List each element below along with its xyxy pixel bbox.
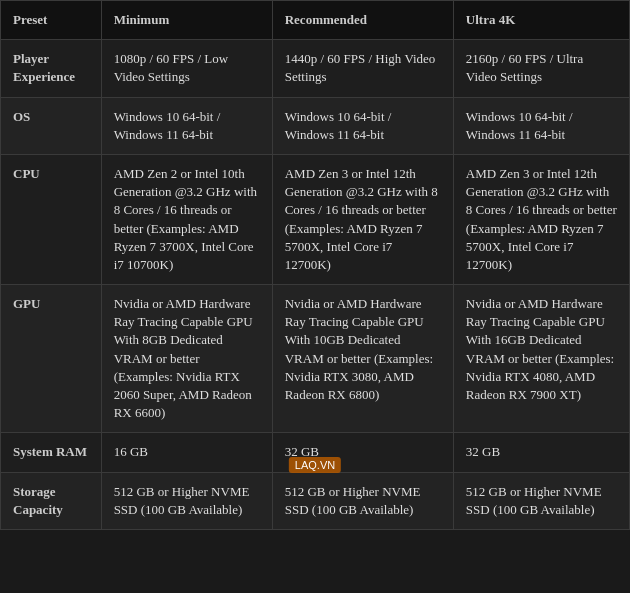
cell-preset-gpu: GPU [1, 285, 102, 433]
cell-ultra4k-system-ram: 32 GB [453, 433, 629, 472]
cell-ultra4k-os: Windows 10 64-bit / Windows 11 64-bit [453, 97, 629, 154]
table-row: CPUAMD Zen 2 or Intel 10th Generation @3… [1, 154, 630, 284]
cell-ultra4k-player-experience: 2160p / 60 FPS / Ultra Video Settings [453, 40, 629, 97]
cell-preset-system-ram: System RAM [1, 433, 102, 472]
cell-minimum-cpu: AMD Zen 2 or Intel 10th Generation @3.2 … [101, 154, 272, 284]
cell-preset-cpu: CPU [1, 154, 102, 284]
table-row: Player Experience1080p / 60 FPS / Low Vi… [1, 40, 630, 97]
cell-recommended-storage-capacity: 512 GB or Higher NVME SSD (100 GB Availa… [272, 472, 453, 529]
cell-ultra4k-gpu: Nvidia or AMD Hardware Ray Tracing Capab… [453, 285, 629, 433]
cell-ultra4k-cpu: AMD Zen 3 or Intel 12th Generation @3.2 … [453, 154, 629, 284]
cell-preset-player-experience: Player Experience [1, 40, 102, 97]
table-row: GPUNvidia or AMD Hardware Ray Tracing Ca… [1, 285, 630, 433]
table-row: Storage Capacity512 GB or Higher NVME SS… [1, 472, 630, 529]
table-row: OSWindows 10 64-bit / Windows 11 64-bitW… [1, 97, 630, 154]
cell-minimum-system-ram: 16 GB [101, 433, 272, 472]
cell-recommended-player-experience: 1440p / 60 FPS / High Video Settings [272, 40, 453, 97]
cell-minimum-os: Windows 10 64-bit / Windows 11 64-bit [101, 97, 272, 154]
cell-minimum-player-experience: 1080p / 60 FPS / Low Video Settings [101, 40, 272, 97]
cell-minimum-gpu: Nvidia or AMD Hardware Ray Tracing Capab… [101, 285, 272, 433]
cell-preset-storage-capacity: Storage Capacity [1, 472, 102, 529]
header-ultra4k: Ultra 4K [453, 1, 629, 40]
header-recommended: Recommended [272, 1, 453, 40]
cell-recommended-system-ram: 32 GB [272, 433, 453, 472]
cell-recommended-cpu: AMD Zen 3 or Intel 12th Generation @3.2 … [272, 154, 453, 284]
header-minimum: Minimum [101, 1, 272, 40]
cell-minimum-storage-capacity: 512 GB or Higher NVME SSD (100 GB Availa… [101, 472, 272, 529]
table-header-row: Preset Minimum Recommended Ultra 4K [1, 1, 630, 40]
cell-ultra4k-storage-capacity: 512 GB or Higher NVME SSD (100 GB Availa… [453, 472, 629, 529]
cell-recommended-os: Windows 10 64-bit / Windows 11 64-bit [272, 97, 453, 154]
cell-preset-os: OS [1, 97, 102, 154]
cell-recommended-gpu: Nvidia or AMD Hardware Ray Tracing Capab… [272, 285, 453, 433]
table-row: System RAM16 GB32 GB32 GB [1, 433, 630, 472]
header-preset: Preset [1, 1, 102, 40]
